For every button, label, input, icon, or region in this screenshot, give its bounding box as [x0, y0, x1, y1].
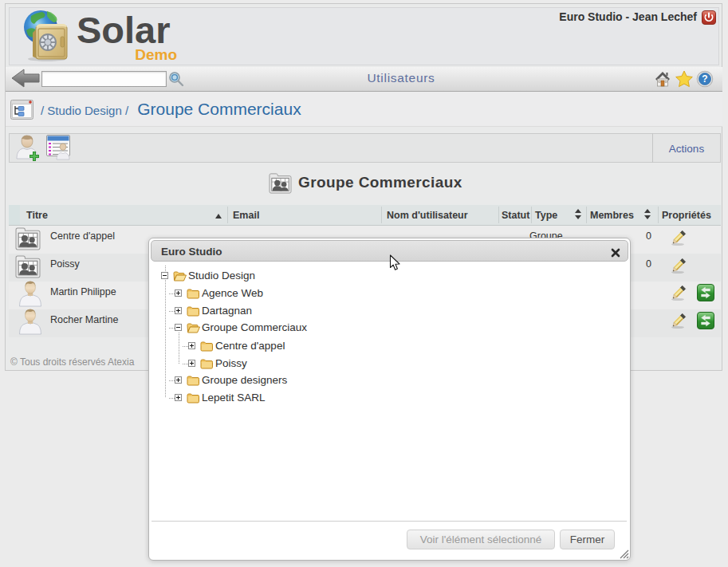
svg-text:?: ? — [702, 73, 707, 85]
